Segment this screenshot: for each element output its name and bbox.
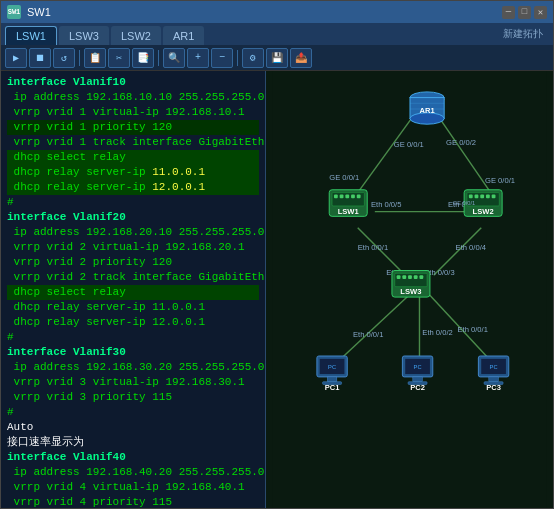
tab-lsw1[interactable]: LSW1 (5, 26, 57, 45)
svg-text:Eth 0/0/4: Eth 0/0/4 (456, 243, 486, 252)
svg-text:LSW1: LSW1 (338, 207, 360, 216)
code-line-11: vrrp vrid 2 virtual-ip 192.168.20.1 (7, 240, 259, 255)
code-line-16: dhcp relay server-ip 12.0.0.1 (7, 315, 259, 330)
svg-text:PC: PC (414, 364, 422, 370)
toolbar-btn-7[interactable]: 🔍 (163, 48, 185, 68)
svg-rect-42 (486, 195, 490, 199)
svg-text:Eth 0/0/1: Eth 0/0/1 (358, 243, 388, 252)
terminal-panel[interactable]: interface Vlanif10 ip address 192.168.10… (1, 71, 266, 508)
svg-rect-35 (357, 195, 361, 199)
svg-rect-34 (351, 195, 355, 199)
code-line-28: vrrp vrid 4 priority 115 (7, 495, 259, 508)
code-line-5: dhcp select relay (7, 150, 259, 165)
toolbar-btn-3[interactable]: ↺ (53, 48, 75, 68)
code-line-19: ip address 192.168.30.20 255.255.255.0 (7, 360, 259, 375)
code-line-10: ip address 192.168.20.10 255.255.255.0 (7, 225, 259, 240)
code-line-4: vrrp vrid 1 track interface GigabitEther… (7, 135, 259, 150)
svg-text:AR1: AR1 (419, 106, 435, 115)
tab-bar: LSW1 LSW3 LSW2 AR1 新建拓扑 (1, 23, 553, 45)
toolbar: ▶ ⏹ ↺ 📋 ✂ 📑 🔍 + − ⚙ 💾 📤 (1, 45, 553, 71)
tab-lsw2[interactable]: LSW2 (111, 26, 161, 45)
toolbar-btn-9[interactable]: − (211, 48, 233, 68)
svg-rect-68 (489, 377, 499, 382)
code-line-9: interface Vlanif20 (7, 210, 259, 225)
svg-text:PC2: PC2 (410, 383, 425, 392)
svg-text:LSW3: LSW3 (400, 287, 421, 296)
svg-text:GE 0/0/1: GE 0/0/1 (453, 200, 475, 206)
diagram-panel[interactable]: GE 0/0/1 GE 0/0/1 GE 0/0/2 GE 0/0/1 Eth … (266, 71, 553, 508)
svg-rect-39 (469, 195, 473, 199)
svg-rect-51 (414, 275, 418, 279)
svg-rect-32 (340, 195, 344, 199)
code-line-3: vrrp vrid 1 priority 120 (7, 120, 259, 135)
new-topology-button[interactable]: 新建拓扑 (497, 27, 549, 41)
maximize-button[interactable]: □ (518, 6, 531, 19)
toolbar-separator-3 (237, 50, 238, 66)
code-line-24: 接口速率显示为 (7, 435, 259, 450)
svg-text:PC: PC (328, 364, 336, 370)
svg-rect-43 (492, 195, 496, 199)
code-line-12: vrrp vrid 2 priority 120 (7, 255, 259, 270)
svg-text:GE 0/0/1: GE 0/0/1 (394, 140, 424, 149)
svg-rect-31 (334, 195, 338, 199)
device-lsw3: LSW3 (392, 271, 430, 298)
code-line-6: dhcp relay server-ip 11.0.0.1 (7, 165, 259, 180)
code-line-25: interface Vlanif40 (7, 450, 259, 465)
svg-rect-50 (408, 275, 412, 279)
tab-lsw3[interactable]: LSW3 (59, 26, 109, 45)
title-bar: SW1 SW1 ─ □ ✕ (1, 1, 553, 23)
toolbar-btn-5[interactable]: ✂ (108, 48, 130, 68)
code-line-2: vrrp vrid 1 virtual-ip 192.168.10.1 (7, 105, 259, 120)
minimize-button[interactable]: ─ (502, 6, 515, 19)
toolbar-btn-12[interactable]: 📤 (290, 48, 312, 68)
close-button[interactable]: ✕ (534, 6, 547, 19)
code-line-7: dhcp relay server-ip 12.0.0.1 (7, 180, 259, 195)
svg-text:GE 0/0/1: GE 0/0/1 (485, 176, 515, 185)
svg-text:GE 0/0/2: GE 0/0/2 (446, 138, 476, 147)
code-line-13: vrrp vrid 2 track interface GigabitEther… (7, 270, 259, 285)
svg-text:Eth 0/0/2: Eth 0/0/2 (422, 328, 452, 337)
code-line-23: Auto (7, 420, 259, 435)
app-icon: SW1 (7, 5, 21, 19)
toolbar-btn-11[interactable]: 💾 (266, 48, 288, 68)
toolbar-btn-1[interactable]: ▶ (5, 48, 27, 68)
svg-text:Eth 0/0/5: Eth 0/0/5 (371, 200, 401, 209)
code-line-26: ip address 192.168.40.20 255.255.255.0 (7, 465, 259, 480)
code-line-1: ip address 192.168.10.10 255.255.255.0 (7, 90, 259, 105)
toolbar-btn-10[interactable]: ⚙ (242, 48, 264, 68)
app-window: SW1 SW1 ─ □ ✕ LSW1 LSW3 LSW2 AR1 新建拓扑 ▶ … (0, 0, 554, 509)
svg-rect-48 (397, 275, 401, 279)
code-line-22: # (7, 405, 259, 420)
svg-rect-56 (327, 377, 337, 382)
network-diagram: GE 0/0/1 GE 0/0/1 GE 0/0/2 GE 0/0/1 Eth … (266, 71, 553, 508)
code-line-20: vrrp vrid 3 virtual-ip 192.168.30.1 (7, 375, 259, 390)
svg-rect-41 (480, 195, 484, 199)
svg-rect-33 (345, 195, 349, 199)
tab-ar1[interactable]: AR1 (163, 26, 204, 45)
code-line-0: interface Vlanif10 (7, 75, 259, 90)
code-line-17: # (7, 330, 259, 345)
svg-text:PC1: PC1 (325, 383, 341, 392)
svg-rect-62 (413, 377, 423, 382)
app-title: SW1 (27, 6, 51, 18)
code-line-21: vrrp vrid 3 priority 115 (7, 390, 259, 405)
device-lsw1: LSW1 (329, 190, 367, 217)
code-line-14: dhcp select relay (7, 285, 259, 300)
svg-text:Eth 0/0/1: Eth 0/0/1 (353, 330, 383, 339)
toolbar-btn-4[interactable]: 📋 (84, 48, 106, 68)
svg-rect-52 (419, 275, 423, 279)
device-ar1: AR1 (410, 92, 444, 124)
code-line-18: interface Vlanif30 (7, 345, 259, 360)
svg-text:PC: PC (490, 364, 498, 370)
code-line-8: # (7, 195, 259, 210)
toolbar-separator-1 (79, 50, 80, 66)
svg-text:PC3: PC3 (486, 383, 501, 392)
toolbar-btn-2[interactable]: ⏹ (29, 48, 51, 68)
toolbar-btn-8[interactable]: + (187, 48, 209, 68)
main-content: interface Vlanif10 ip address 192.168.10… (1, 71, 553, 508)
toolbar-separator-2 (158, 50, 159, 66)
svg-rect-40 (475, 195, 479, 199)
svg-rect-49 (402, 275, 406, 279)
svg-text:GE 0/0/1: GE 0/0/1 (329, 173, 359, 182)
toolbar-btn-6[interactable]: 📑 (132, 48, 154, 68)
